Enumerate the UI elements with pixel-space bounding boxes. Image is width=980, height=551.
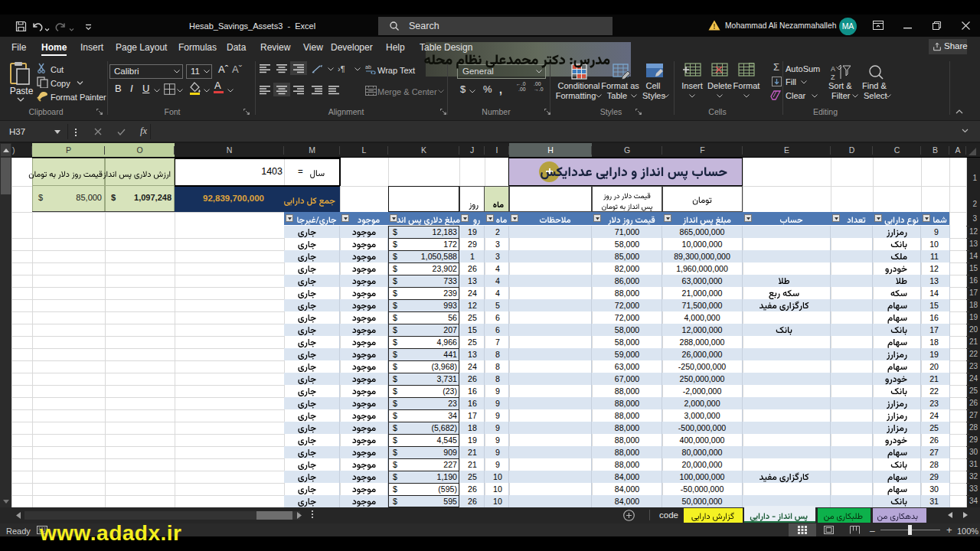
svg-text:A: A bbox=[831, 65, 835, 73]
svg-text:Z: Z bbox=[831, 73, 835, 81]
svg-text:ab: ab bbox=[365, 64, 371, 70]
